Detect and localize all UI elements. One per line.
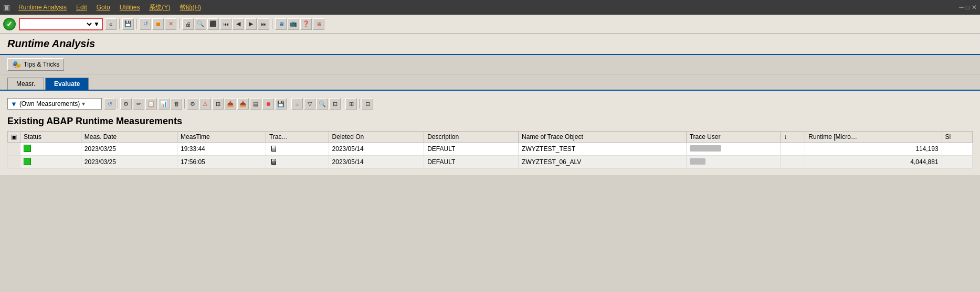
- menu-edit[interactable]: Edit: [72, 3, 91, 12]
- tips-icon: 🎭: [12, 60, 21, 69]
- find-next-button[interactable]: ⬛: [207, 18, 219, 30]
- page-title: Runtime Analysis: [7, 38, 95, 49]
- command-dropdown[interactable]: ▼: [19, 18, 103, 30]
- sort-cell: [781, 156, 805, 169]
- sub-settings-button[interactable]: ⚙: [120, 98, 132, 110]
- stop-button[interactable]: ⏹: [152, 18, 164, 30]
- minimize-icon[interactable]: ─: [959, 4, 964, 11]
- trace-user-value: [690, 158, 705, 165]
- sub-export-button[interactable]: 📤: [225, 98, 236, 110]
- back-button[interactable]: «: [105, 18, 117, 30]
- main-toolbar: ✓ ▼ « 💾 ↺ ⏹ ✕ 🖨 🔍 ⬛ ⏮ ◀ ▶ ⏭ 🖥 📺 ❓ 🖥: [0, 15, 980, 34]
- col-description[interactable]: Description: [424, 132, 519, 143]
- sub-list-button[interactable]: 📋: [145, 98, 157, 110]
- trace-user-cell: [686, 156, 781, 169]
- sub-filter2-button[interactable]: ▽: [304, 98, 315, 110]
- table-row[interactable]: 2023/03/25 17:56:05 🖥 2023/05/14 DEFAULT…: [8, 156, 973, 169]
- sub-refresh-button[interactable]: ↺: [104, 98, 115, 110]
- execute-button[interactable]: ✓: [3, 18, 16, 30]
- last-button[interactable]: ⏭: [258, 18, 269, 30]
- row-selector-cell[interactable]: [8, 156, 20, 169]
- col-meas-time[interactable]: MeasTime: [177, 132, 266, 143]
- sub-layout-button[interactable]: ⊟: [362, 98, 373, 110]
- help-button[interactable]: ❓: [300, 18, 312, 30]
- sub-sep-2: [184, 99, 185, 109]
- system-button[interactable]: 🖥: [275, 18, 287, 30]
- tips-section: 🎭 Tips & Tricks: [0, 55, 980, 74]
- col-deleted-on[interactable]: Deleted On: [329, 132, 424, 143]
- sub-search-button[interactable]: 🔍: [317, 98, 328, 110]
- sub-record-button[interactable]: ⏺: [262, 98, 274, 110]
- sub-edit-button[interactable]: ✏: [133, 98, 144, 110]
- sub-grid-button[interactable]: ⊞: [345, 98, 357, 110]
- trace-user-value: [690, 145, 721, 152]
- menu-system[interactable]: 系统(Y): [145, 2, 174, 13]
- sort-down-icon: ↓: [784, 133, 787, 140]
- sub-lines-button[interactable]: ≡: [291, 98, 303, 110]
- menu-help[interactable]: 帮助(H): [175, 2, 205, 13]
- filter-dropdown-icon: ▾: [82, 100, 85, 107]
- sub-table-button[interactable]: ▤: [250, 98, 261, 110]
- runtime-cell: 4,044,881: [805, 156, 942, 169]
- tabs-bar: Measr. Evaluate: [0, 74, 980, 91]
- filter-icon: ▼: [10, 100, 17, 108]
- maximize-icon[interactable]: □: [966, 4, 970, 11]
- app-logo-icon: ▣: [3, 3, 10, 12]
- sub-delete-button[interactable]: 🗑: [171, 98, 182, 110]
- col-selector: ▣: [8, 132, 20, 143]
- sub-config-button[interactable]: ⚙: [187, 98, 198, 110]
- command-select[interactable]: [22, 20, 93, 28]
- sub-alert-button[interactable]: ⚠: [199, 98, 211, 110]
- status-green-icon: [24, 158, 31, 165]
- sub-sep-5: [359, 99, 360, 109]
- measurements-table: ▣ Status Meas. Date MeasTime Trac… Delet…: [7, 131, 973, 169]
- trace-object-cell: ZWYZTEST_06_ALV: [519, 156, 687, 169]
- filter-area[interactable]: ▼ (Own Measurements) ▾: [7, 98, 102, 110]
- menu-bar: ▣ Runtime Analysis Edit Goto Utilities 系…: [0, 0, 980, 15]
- tab-measr[interactable]: Measr.: [7, 78, 44, 90]
- trace-object-icon: 🖥: [269, 144, 278, 153]
- col-status[interactable]: Status: [20, 132, 81, 143]
- next-button[interactable]: ▶: [245, 18, 257, 30]
- prev-button[interactable]: ◀: [233, 18, 244, 30]
- tips-tricks-button[interactable]: 🎭 Tips & Tricks: [7, 58, 64, 71]
- cancel-button[interactable]: ✕: [165, 18, 176, 30]
- sub-save2-button[interactable]: 💾: [275, 98, 287, 110]
- print-button[interactable]: 🖨: [182, 18, 194, 30]
- meas-date-cell: 2023/03/25: [81, 143, 177, 156]
- col-trace-object[interactable]: Name of Trace Object: [519, 132, 687, 143]
- display-button[interactable]: 🖥: [313, 18, 324, 30]
- menu-utilities[interactable]: Utilities: [115, 3, 144, 12]
- col-sort-indicator[interactable]: ↓: [781, 132, 805, 143]
- menu-goto[interactable]: Goto: [92, 3, 114, 12]
- sub-toolbar: ▼ (Own Measurements) ▾ ↺ ⚙ ✏ 📋 📊 🗑 ⚙ ⚠ ⊞…: [7, 97, 973, 111]
- page-content: Runtime Analysis 🎭 Tips & Tricks Measr. …: [0, 34, 980, 175]
- find-button[interactable]: 🔍: [195, 18, 206, 30]
- sub-sep-3: [289, 99, 289, 109]
- monitor-button[interactable]: 📺: [288, 18, 299, 30]
- sub-cols-button[interactable]: ⊟: [329, 98, 341, 110]
- col-trace-user[interactable]: Trace User: [686, 132, 781, 143]
- save-button[interactable]: 💾: [122, 18, 134, 30]
- status-cell: [20, 143, 81, 156]
- window-controls: ─ □ ✕: [959, 4, 977, 11]
- sub-merge-button[interactable]: ⊞: [212, 98, 224, 110]
- runtime-cell: 114,193: [805, 143, 942, 156]
- first-button[interactable]: ⏮: [220, 18, 231, 30]
- row-select-icon: ▣: [11, 133, 17, 140]
- refresh-button[interactable]: ↺: [140, 18, 151, 30]
- tab-evaluate[interactable]: Evaluate: [45, 78, 89, 90]
- col-si[interactable]: Si: [942, 132, 972, 143]
- col-meas-date[interactable]: Meas. Date: [81, 132, 177, 143]
- sub-sep-1: [118, 99, 118, 109]
- close-icon[interactable]: ✕: [972, 4, 977, 11]
- toolbar-separator-2: [136, 19, 137, 29]
- col-runtime[interactable]: Runtime [Micro…: [805, 132, 942, 143]
- table-row[interactable]: 2023/03/25 19:33:44 🖥 2023/05/14 DEFAULT…: [8, 143, 973, 156]
- sub-import-button[interactable]: 📥: [237, 98, 249, 110]
- sort-cell: [781, 143, 805, 156]
- sub-chart-button[interactable]: 📊: [158, 98, 170, 110]
- row-selector-cell[interactable]: [8, 143, 20, 156]
- col-trac[interactable]: Trac…: [266, 132, 329, 143]
- menu-runtime-analysis[interactable]: Runtime Analysis: [14, 3, 71, 12]
